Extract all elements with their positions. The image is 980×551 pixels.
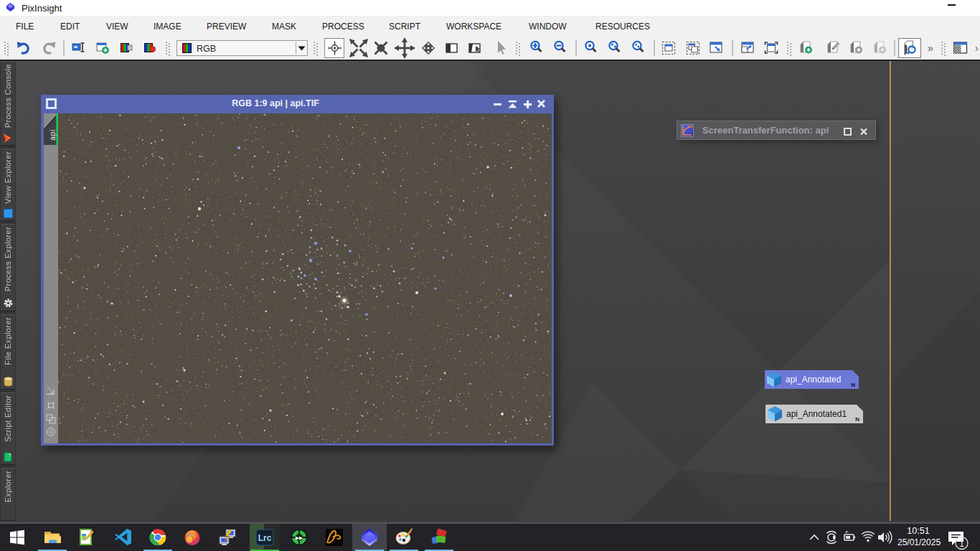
svg-text:api: api (48, 129, 57, 141)
svg-text:1: 1 (959, 539, 964, 549)
svg-text:»: » (928, 42, 933, 54)
svg-text:▶▶: ▶▶ (296, 535, 303, 540)
svg-text:›: › (975, 42, 979, 54)
svg-text:Lrc: Lrc (258, 533, 272, 543)
svg-text:RGB: RGB (197, 44, 216, 54)
